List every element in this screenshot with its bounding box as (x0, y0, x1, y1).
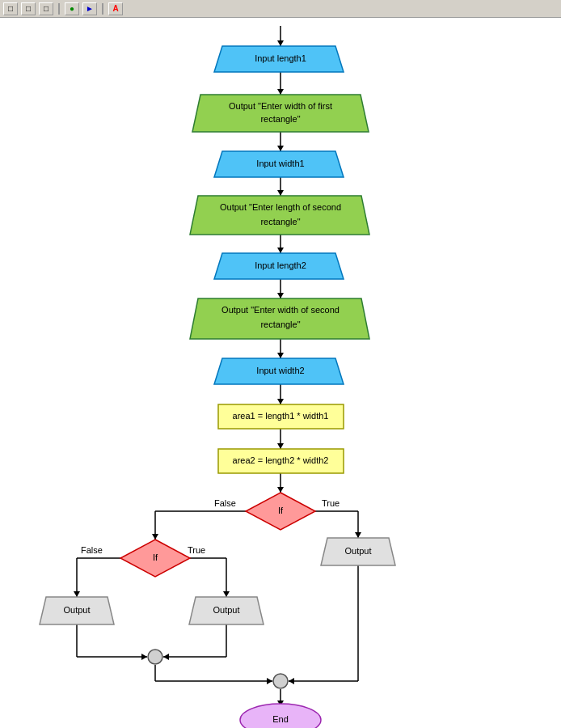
toolbar-btn-3[interactable]: □ (39, 2, 53, 15)
label-inputWidth2: Input width2 (256, 366, 304, 375)
false-label-nested: False (81, 545, 103, 555)
label-inputLength1: Input length1 (255, 53, 306, 63)
label-ifNested: If (153, 552, 158, 562)
icon-2: □ (26, 4, 31, 13)
svg-marker-37 (163, 654, 169, 660)
toolbar-btn-1[interactable]: □ (3, 2, 18, 15)
label-outputWidth2: Output "Enter width of second (221, 305, 340, 315)
icon-5: ► (86, 4, 94, 13)
merge-circle-left (148, 650, 162, 664)
icon-3: □ (44, 4, 49, 13)
node-outputTrue: Output (321, 538, 395, 565)
label-ifMain: If (278, 506, 284, 515)
node-ifMain: If (246, 493, 315, 530)
node-outputWidth2: Output "Enter width of second rectangle" (190, 298, 369, 339)
svg-marker-7 (277, 190, 284, 196)
node-end: End (240, 704, 321, 728)
label-outputLength2: Output "Enter length of second (220, 202, 341, 212)
label-outputWidth1-2: rectangle" (260, 114, 300, 124)
label-calcArea2: area2 = length2 * width2 (233, 455, 329, 465)
label-outputTrue: Output (344, 546, 371, 556)
label-inputWidth1: Input width1 (256, 159, 304, 168)
node-inputLength1: Input length1 (214, 46, 344, 72)
svg-marker-15 (277, 399, 284, 404)
label-inputLength2: Input length2 (255, 260, 306, 270)
svg-marker-5 (277, 146, 284, 151)
merge-circle-main (273, 674, 288, 688)
separator (58, 3, 60, 15)
node-calcArea2: area2 = length2 * width2 (218, 449, 344, 473)
diagram-area: Input length1 Output "Enter width of fir… (0, 18, 561, 728)
toolbar-btn-2[interactable]: □ (21, 2, 36, 15)
label-outputRight: Output (213, 605, 239, 615)
false-label-main: False (214, 498, 236, 508)
svg-marker-43 (289, 678, 294, 684)
node-inputWidth1: Input width1 (214, 151, 344, 177)
node-inputWidth2: Input width2 (214, 358, 344, 384)
label-outputLeft: Output (63, 605, 90, 615)
label-end: End (272, 714, 289, 724)
node-outputWidth1: Output "Enter width of first rectangle" (192, 95, 369, 132)
svg-marker-9 (277, 248, 284, 253)
svg-marker-11 (277, 293, 284, 298)
node-outputLeft: Output (40, 597, 114, 624)
svg-marker-31 (223, 591, 230, 597)
node-calcArea1: area1 = length1 * width1 (218, 404, 344, 429)
svg-marker-1 (277, 40, 284, 46)
svg-marker-40 (267, 678, 272, 684)
svg-marker-13 (277, 353, 284, 358)
svg-marker-19 (277, 487, 284, 493)
label-outputLength2-2: rectangle" (260, 217, 300, 226)
true-label-main: True (322, 498, 340, 508)
svg-marker-25 (152, 534, 158, 540)
svg-marker-34 (141, 654, 147, 660)
svg-marker-3 (277, 89, 284, 95)
icon-1: □ (8, 4, 13, 13)
toolbar: □ □ □ ● ► A (0, 0, 561, 18)
true-label-nested: True (188, 545, 205, 555)
svg-marker-28 (74, 591, 80, 597)
label-outputWidth2-2: rectangle" (260, 320, 300, 329)
label-outputWidth1: Output "Enter width of first (229, 101, 332, 111)
flowchart-svg: Input length1 Output "Enter width of fir… (0, 18, 561, 728)
toolbar-btn-5[interactable]: ► (82, 2, 97, 15)
separator2 (102, 3, 103, 15)
svg-marker-17 (277, 443, 284, 449)
node-outputLength2: Output "Enter length of second rectangle… (190, 196, 369, 235)
toolbar-btn-6[interactable]: A (108, 2, 123, 15)
icon-6: A (112, 4, 118, 13)
node-ifNested: If (120, 540, 190, 577)
node-outputRight: Output (189, 597, 264, 624)
svg-marker-22 (355, 532, 361, 538)
toolbar-btn-4[interactable]: ● (65, 2, 79, 15)
icon-4: ● (70, 4, 74, 13)
label-calcArea1: area1 = length1 * width1 (233, 411, 329, 421)
node-inputLength2: Input length2 (214, 253, 344, 279)
